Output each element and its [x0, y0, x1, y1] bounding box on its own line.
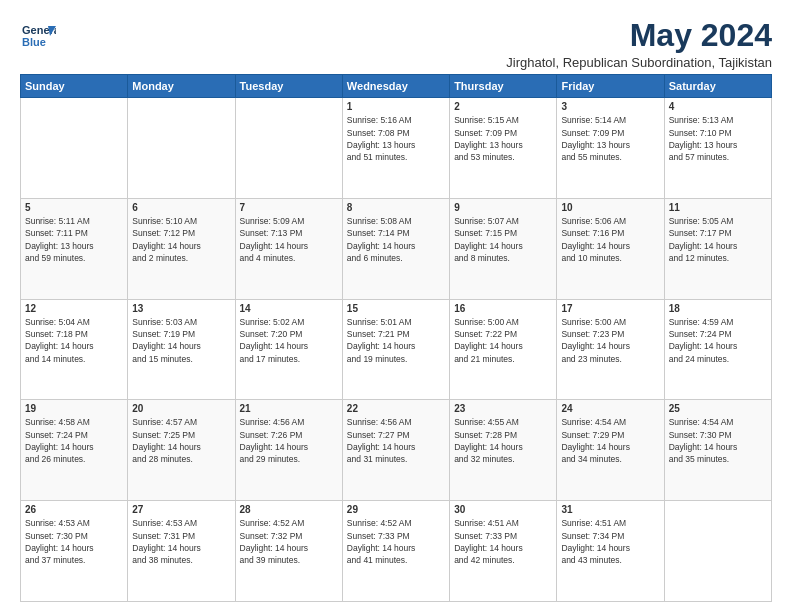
day-cell: 10Sunrise: 5:06 AM Sunset: 7:16 PM Dayli…: [557, 198, 664, 299]
day-info: Sunrise: 4:57 AM Sunset: 7:25 PM Dayligh…: [132, 416, 230, 465]
col-thursday: Thursday: [450, 75, 557, 98]
day-info: Sunrise: 5:07 AM Sunset: 7:15 PM Dayligh…: [454, 215, 552, 264]
day-number: 2: [454, 101, 552, 112]
day-number: 16: [454, 303, 552, 314]
day-cell: 4Sunrise: 5:13 AM Sunset: 7:10 PM Daylig…: [664, 98, 771, 199]
day-number: 23: [454, 403, 552, 414]
title-block: May 2024 Jirghatol, Republican Subordina…: [506, 18, 772, 70]
day-number: 18: [669, 303, 767, 314]
day-cell: [128, 98, 235, 199]
day-info: Sunrise: 4:52 AM Sunset: 7:32 PM Dayligh…: [240, 517, 338, 566]
col-tuesday: Tuesday: [235, 75, 342, 98]
day-info: Sunrise: 4:56 AM Sunset: 7:26 PM Dayligh…: [240, 416, 338, 465]
day-number: 29: [347, 504, 445, 515]
day-info: Sunrise: 4:59 AM Sunset: 7:24 PM Dayligh…: [669, 316, 767, 365]
day-cell: 28Sunrise: 4:52 AM Sunset: 7:32 PM Dayli…: [235, 501, 342, 602]
day-info: Sunrise: 5:16 AM Sunset: 7:08 PM Dayligh…: [347, 114, 445, 163]
day-number: 17: [561, 303, 659, 314]
week-row-3: 12Sunrise: 5:04 AM Sunset: 7:18 PM Dayli…: [21, 299, 772, 400]
day-cell: 5Sunrise: 5:11 AM Sunset: 7:11 PM Daylig…: [21, 198, 128, 299]
day-number: 7: [240, 202, 338, 213]
day-info: Sunrise: 4:52 AM Sunset: 7:33 PM Dayligh…: [347, 517, 445, 566]
col-friday: Friday: [557, 75, 664, 98]
day-cell: 23Sunrise: 4:55 AM Sunset: 7:28 PM Dayli…: [450, 400, 557, 501]
day-info: Sunrise: 5:00 AM Sunset: 7:22 PM Dayligh…: [454, 316, 552, 365]
day-info: Sunrise: 5:13 AM Sunset: 7:10 PM Dayligh…: [669, 114, 767, 163]
day-cell: 22Sunrise: 4:56 AM Sunset: 7:27 PM Dayli…: [342, 400, 449, 501]
day-cell: [235, 98, 342, 199]
day-cell: 26Sunrise: 4:53 AM Sunset: 7:30 PM Dayli…: [21, 501, 128, 602]
day-cell: 21Sunrise: 4:56 AM Sunset: 7:26 PM Dayli…: [235, 400, 342, 501]
day-cell: 1Sunrise: 5:16 AM Sunset: 7:08 PM Daylig…: [342, 98, 449, 199]
day-number: 6: [132, 202, 230, 213]
day-number: 1: [347, 101, 445, 112]
day-number: 3: [561, 101, 659, 112]
day-info: Sunrise: 5:09 AM Sunset: 7:13 PM Dayligh…: [240, 215, 338, 264]
day-number: 28: [240, 504, 338, 515]
day-cell: [664, 501, 771, 602]
day-info: Sunrise: 5:01 AM Sunset: 7:21 PM Dayligh…: [347, 316, 445, 365]
day-cell: 20Sunrise: 4:57 AM Sunset: 7:25 PM Dayli…: [128, 400, 235, 501]
day-number: 19: [25, 403, 123, 414]
day-number: 21: [240, 403, 338, 414]
day-cell: 16Sunrise: 5:00 AM Sunset: 7:22 PM Dayli…: [450, 299, 557, 400]
day-cell: 13Sunrise: 5:03 AM Sunset: 7:19 PM Dayli…: [128, 299, 235, 400]
week-row-4: 19Sunrise: 4:58 AM Sunset: 7:24 PM Dayli…: [21, 400, 772, 501]
day-cell: 8Sunrise: 5:08 AM Sunset: 7:14 PM Daylig…: [342, 198, 449, 299]
main-title: May 2024: [506, 18, 772, 53]
svg-text:Blue: Blue: [22, 36, 46, 48]
day-cell: 29Sunrise: 4:52 AM Sunset: 7:33 PM Dayli…: [342, 501, 449, 602]
day-cell: 14Sunrise: 5:02 AM Sunset: 7:20 PM Dayli…: [235, 299, 342, 400]
col-saturday: Saturday: [664, 75, 771, 98]
week-row-5: 26Sunrise: 4:53 AM Sunset: 7:30 PM Dayli…: [21, 501, 772, 602]
day-cell: 3Sunrise: 5:14 AM Sunset: 7:09 PM Daylig…: [557, 98, 664, 199]
col-wednesday: Wednesday: [342, 75, 449, 98]
day-cell: 11Sunrise: 5:05 AM Sunset: 7:17 PM Dayli…: [664, 198, 771, 299]
day-cell: 9Sunrise: 5:07 AM Sunset: 7:15 PM Daylig…: [450, 198, 557, 299]
day-number: 31: [561, 504, 659, 515]
day-number: 30: [454, 504, 552, 515]
header: General Blue May 2024 Jirghatol, Republi…: [20, 18, 772, 70]
day-cell: 18Sunrise: 4:59 AM Sunset: 7:24 PM Dayli…: [664, 299, 771, 400]
day-info: Sunrise: 5:03 AM Sunset: 7:19 PM Dayligh…: [132, 316, 230, 365]
logo: General Blue: [20, 18, 60, 54]
day-info: Sunrise: 5:08 AM Sunset: 7:14 PM Dayligh…: [347, 215, 445, 264]
day-cell: 19Sunrise: 4:58 AM Sunset: 7:24 PM Dayli…: [21, 400, 128, 501]
day-info: Sunrise: 5:11 AM Sunset: 7:11 PM Dayligh…: [25, 215, 123, 264]
day-cell: 2Sunrise: 5:15 AM Sunset: 7:09 PM Daylig…: [450, 98, 557, 199]
day-cell: 17Sunrise: 5:00 AM Sunset: 7:23 PM Dayli…: [557, 299, 664, 400]
day-info: Sunrise: 5:10 AM Sunset: 7:12 PM Dayligh…: [132, 215, 230, 264]
day-info: Sunrise: 5:14 AM Sunset: 7:09 PM Dayligh…: [561, 114, 659, 163]
day-number: 8: [347, 202, 445, 213]
day-cell: [21, 98, 128, 199]
day-number: 25: [669, 403, 767, 414]
day-info: Sunrise: 4:53 AM Sunset: 7:31 PM Dayligh…: [132, 517, 230, 566]
day-number: 27: [132, 504, 230, 515]
day-info: Sunrise: 5:04 AM Sunset: 7:18 PM Dayligh…: [25, 316, 123, 365]
day-cell: 31Sunrise: 4:51 AM Sunset: 7:34 PM Dayli…: [557, 501, 664, 602]
day-number: 14: [240, 303, 338, 314]
day-cell: 27Sunrise: 4:53 AM Sunset: 7:31 PM Dayli…: [128, 501, 235, 602]
day-info: Sunrise: 4:51 AM Sunset: 7:33 PM Dayligh…: [454, 517, 552, 566]
day-number: 15: [347, 303, 445, 314]
day-number: 12: [25, 303, 123, 314]
week-row-1: 1Sunrise: 5:16 AM Sunset: 7:08 PM Daylig…: [21, 98, 772, 199]
day-info: Sunrise: 5:15 AM Sunset: 7:09 PM Dayligh…: [454, 114, 552, 163]
day-number: 11: [669, 202, 767, 213]
day-number: 4: [669, 101, 767, 112]
day-number: 5: [25, 202, 123, 213]
logo-icon: General Blue: [20, 18, 56, 54]
day-number: 24: [561, 403, 659, 414]
day-info: Sunrise: 5:00 AM Sunset: 7:23 PM Dayligh…: [561, 316, 659, 365]
day-cell: 25Sunrise: 4:54 AM Sunset: 7:30 PM Dayli…: [664, 400, 771, 501]
day-cell: 30Sunrise: 4:51 AM Sunset: 7:33 PM Dayli…: [450, 501, 557, 602]
day-number: 26: [25, 504, 123, 515]
day-info: Sunrise: 4:53 AM Sunset: 7:30 PM Dayligh…: [25, 517, 123, 566]
day-number: 10: [561, 202, 659, 213]
day-info: Sunrise: 4:51 AM Sunset: 7:34 PM Dayligh…: [561, 517, 659, 566]
day-info: Sunrise: 4:54 AM Sunset: 7:30 PM Dayligh…: [669, 416, 767, 465]
day-number: 20: [132, 403, 230, 414]
day-cell: 15Sunrise: 5:01 AM Sunset: 7:21 PM Dayli…: [342, 299, 449, 400]
day-cell: 12Sunrise: 5:04 AM Sunset: 7:18 PM Dayli…: [21, 299, 128, 400]
calendar-header-row: Sunday Monday Tuesday Wednesday Thursday…: [21, 75, 772, 98]
